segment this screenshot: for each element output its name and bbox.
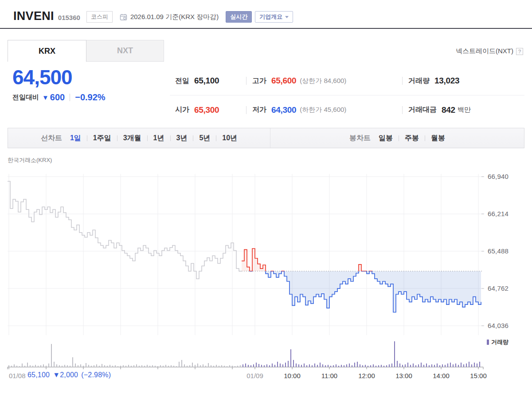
stat-value: 64,300 — [271, 105, 296, 115]
tab-krx[interactable]: KRX — [8, 40, 86, 62]
prev-change-pct: (−2.98%) — [81, 371, 111, 379]
line-chart-nav: 선차트 1일 1주일 3개월 1년 3년 5년 10년 — [8, 128, 270, 148]
volume-bar-icon — [487, 340, 489, 345]
stat-volume: 거래량 13,023 — [402, 76, 524, 86]
stock-name: INVENI — [13, 9, 54, 23]
realtime-button[interactable]: 실시간 — [226, 11, 252, 23]
column-separator — [246, 77, 246, 85]
x-axis-hour-label: 14:00 — [427, 372, 455, 379]
x-axis-hour-label: 13:00 — [390, 372, 418, 379]
period-1week[interactable]: 1주일 — [93, 134, 111, 143]
stat-value: 842 — [442, 105, 455, 115]
x-axis-hour-label: 10:00 — [278, 372, 306, 379]
nav-divider — [117, 135, 117, 141]
x-axis-hour-label: 15:00 — [464, 372, 493, 379]
y-axis-label: 64,762 — [488, 284, 525, 292]
x-axis-hour-label: 12:00 — [352, 372, 381, 379]
stat-low: 저가 64,300 (하한가 45,600) — [246, 105, 402, 115]
help-icon[interactable]: ? — [516, 48, 523, 55]
nav-divider — [147, 135, 148, 141]
nav-divider — [399, 135, 399, 141]
y-axis-label: 64,036 — [488, 322, 525, 329]
stat-open: 시가 65,300 — [170, 105, 246, 115]
stat-value: 65,100 — [194, 76, 219, 86]
candle-chart-nav: 봉차트 일봉 주봉 월봉 — [270, 128, 524, 148]
nav-divider — [425, 135, 425, 141]
period-daily-candle[interactable]: 일봉 — [379, 134, 393, 143]
stat-high: 고가 65,600 (상한가 84,600) — [246, 76, 402, 86]
volume-legend: 거래량 — [487, 338, 509, 346]
stat-prev-close: 전일 65,100 — [170, 76, 246, 86]
x-axis-session-1: 01/08 — [9, 372, 26, 379]
volume-legend-label: 거래량 — [491, 338, 509, 346]
line-chart-caption: 선차트 — [41, 134, 62, 143]
nextrade-link[interactable]: 넥스트레이드(NXT) ? — [456, 47, 523, 55]
stat-extra: (하한가 45,600) — [300, 106, 346, 114]
calendar-clock-icon — [120, 13, 127, 21]
column-separator — [402, 77, 403, 85]
stat-extra: (상한가 84,600) — [300, 77, 346, 85]
stock-detail-page: INVENI 015360 코스피 2026.01.09 기준(KRX 장마감)… — [0, 0, 532, 395]
exchange-label: 한국거래소(KRX) — [8, 156, 52, 164]
column-separator — [246, 106, 246, 114]
candle-chart-caption: 봉차트 — [349, 134, 371, 143]
y-axis-label: 66,214 — [488, 210, 525, 217]
market-badge: 코스피 — [86, 11, 113, 23]
stats-row-1: 전일 65,100 고가 65,600 (상한가 84,600) 거래량 13,… — [170, 67, 524, 95]
y-axis-label: 66,940 — [488, 173, 525, 180]
stat-label: 거래량 — [408, 76, 430, 86]
tab-nxt[interactable]: NXT — [86, 40, 164, 62]
nextrade-label: 넥스트레이드(NXT) — [456, 47, 513, 55]
exchange-tabs: KRX NXT — [8, 40, 164, 62]
stat-value: 65,300 — [194, 105, 219, 115]
change-value: 600 — [50, 92, 65, 103]
current-price: 64,500 — [12, 66, 106, 89]
prev-session-summary: 65,100 ▼2,000 (−2.98%) — [27, 371, 114, 379]
stat-label: 고가 — [252, 76, 266, 86]
caret-down-icon — [285, 16, 289, 18]
period-1day[interactable]: 1일 — [70, 134, 81, 143]
period-monthly-candle[interactable]: 월봉 — [431, 134, 445, 143]
x-axis-session-2: 01/09 — [241, 372, 269, 379]
change-label: 전일대비 — [12, 93, 39, 102]
stat-value: 13,023 — [434, 76, 459, 86]
stats-row-2: 시가 65,300 저가 64,300 (하한가 45,600) 거래대금 84… — [170, 95, 524, 124]
price-change-row: 전일대비 ▼ 600 −0.92% — [12, 92, 106, 103]
stat-value: 65,600 — [271, 76, 296, 86]
nav-divider — [216, 135, 216, 141]
down-arrow-icon: ▼ — [42, 94, 49, 101]
prev-close-value: 65,100 — [27, 371, 50, 379]
volume-bars — [8, 341, 480, 367]
company-overview-dropdown[interactable]: 기업개요 — [255, 11, 293, 23]
change-separator — [70, 94, 70, 101]
x-axis-hour-label: 11:00 — [315, 372, 344, 379]
period-1year[interactable]: 1년 — [153, 134, 164, 143]
period-weekly-candle[interactable]: 주봉 — [405, 134, 419, 143]
stat-unit: 백만 — [458, 106, 471, 114]
nav-divider — [170, 135, 171, 141]
nav-divider — [87, 135, 87, 141]
period-3month[interactable]: 3개월 — [123, 134, 141, 143]
header-divider — [0, 28, 532, 29]
chart-period-nav: 선차트 1일 1주일 3개월 1년 3년 5년 10년 봉차트 일봉 주봉 월봉 — [8, 128, 524, 148]
stats-table: 전일 65,100 고가 65,600 (상한가 84,600) 거래량 13,… — [170, 67, 524, 124]
stat-trade-value: 거래대금 842 백만 — [402, 105, 524, 115]
period-10year[interactable]: 10년 — [222, 134, 237, 143]
stat-label: 거래대금 — [408, 105, 437, 115]
stat-label: 전일 — [175, 76, 189, 86]
stat-label: 저가 — [252, 105, 266, 115]
price-block: 64,500 전일대비 ▼ 600 −0.92% — [12, 66, 106, 103]
column-separator — [402, 106, 403, 114]
stock-code: 015360 — [58, 14, 80, 21]
y-axis-label: 65,488 — [488, 247, 525, 255]
reference-date: 2026.01.09 기준(KRX 장마감) — [130, 13, 219, 21]
stat-label: 시가 — [175, 105, 189, 115]
nav-divider — [193, 135, 193, 141]
period-3year[interactable]: 3년 — [176, 134, 188, 143]
change-percent: −0.92% — [75, 92, 105, 103]
company-overview-label: 기업개요 — [259, 13, 282, 21]
period-5year[interactable]: 5년 — [199, 134, 210, 143]
header: INVENI 015360 코스피 2026.01.09 기준(KRX 장마감)… — [13, 7, 293, 25]
prev-change: ▼2,000 — [53, 371, 78, 379]
